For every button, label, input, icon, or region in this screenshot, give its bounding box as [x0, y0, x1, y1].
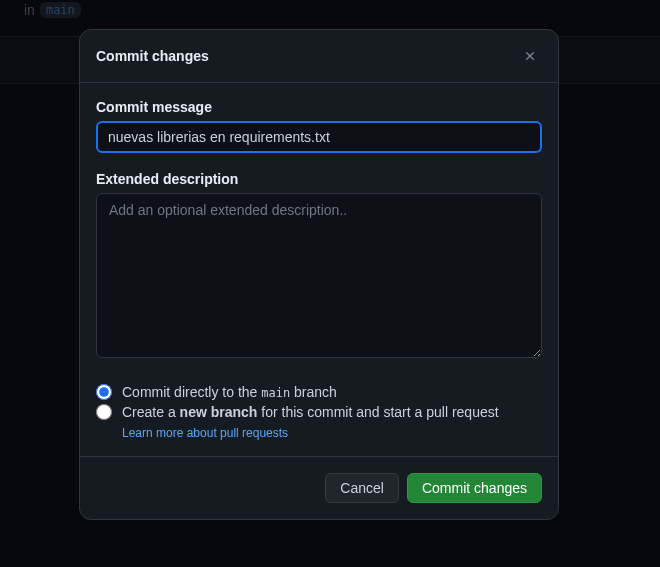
- radio-row-newbranch: Create a new branch for this commit and …: [96, 402, 542, 422]
- commit-button[interactable]: Commit changes: [407, 473, 542, 503]
- close-button[interactable]: [518, 44, 542, 68]
- direct-pre-text: Commit directly to the: [122, 384, 261, 400]
- radio-new-branch-label[interactable]: Create a new branch for this commit and …: [122, 404, 499, 420]
- learn-more-link[interactable]: Learn more about pull requests: [122, 426, 542, 440]
- dialog-header: Commit changes: [80, 30, 558, 82]
- dialog-title: Commit changes: [96, 48, 209, 64]
- radio-commit-direct[interactable]: [96, 384, 112, 400]
- extended-description-input[interactable]: [96, 193, 542, 358]
- close-icon: [523, 49, 537, 63]
- dialog-footer: Cancel Commit changes: [80, 457, 558, 519]
- radio-commit-direct-label[interactable]: Commit directly to the main branch: [122, 384, 337, 400]
- newbranch-post-text: for this commit and start a pull request: [257, 404, 498, 420]
- direct-post-text: branch: [290, 384, 337, 400]
- commit-message-input[interactable]: [96, 121, 542, 153]
- commit-target-radio-group: Commit directly to the main branch Creat…: [96, 382, 542, 440]
- radio-new-branch[interactable]: [96, 404, 112, 420]
- newbranch-strong-text: new branch: [180, 404, 258, 420]
- commit-message-label: Commit message: [96, 99, 542, 115]
- extended-description-label: Extended description: [96, 171, 542, 187]
- direct-branch-code: main: [261, 386, 290, 400]
- newbranch-pre-text: Create a: [122, 404, 180, 420]
- cancel-button[interactable]: Cancel: [325, 473, 399, 503]
- commit-changes-dialog: Commit changes Commit message Extended d…: [79, 29, 559, 520]
- dialog-body: Commit message Extended description Comm…: [80, 82, 558, 457]
- radio-row-direct: Commit directly to the main branch: [96, 382, 542, 402]
